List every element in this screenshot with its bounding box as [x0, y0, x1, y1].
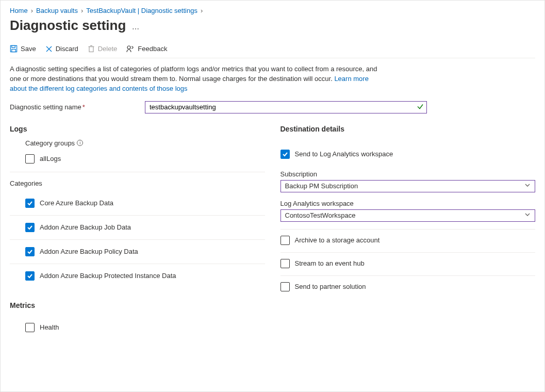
checkbox-addon-job-data[interactable]: [25, 223, 35, 232]
feedback-button[interactable]: Feedback: [126, 45, 167, 53]
checkbox-partner-solution[interactable]: [280, 282, 290, 291]
checkbox-alllogs[interactable]: [25, 154, 35, 164]
breadcrumb-diagnostic-settings[interactable]: TestBackupVault | Diagnostic settings: [86, 7, 197, 14]
destination-column: Destination details Send to Log Analytic…: [280, 125, 536, 339]
subscription-value: Backup PM Subscription: [285, 182, 358, 190]
checkbox-health[interactable]: [25, 323, 35, 332]
svg-rect-2: [12, 49, 16, 52]
destination-heading: Destination details: [280, 125, 536, 133]
metric-label[interactable]: Health: [40, 323, 59, 331]
alllogs-label[interactable]: allLogs: [40, 155, 61, 162]
save-icon: [10, 45, 18, 53]
checkbox-core-azure-backup-data[interactable]: [25, 199, 35, 208]
categories-heading: Categories: [10, 179, 265, 187]
more-menu-icon[interactable]: ⋯: [132, 25, 140, 33]
save-label: Save: [21, 45, 36, 53]
category-label[interactable]: Addon Azure Backup Policy Data: [40, 248, 138, 255]
discard-label: Discard: [56, 45, 78, 53]
setting-name-label: Diagnostic setting name*: [10, 103, 139, 111]
setting-name-input[interactable]: [145, 101, 427, 113]
category-label[interactable]: Addon Azure Backup Protected Instance Da…: [40, 272, 176, 280]
workspace-value: ContosoTestWorkspace: [285, 211, 356, 219]
metrics-heading: Metrics: [10, 301, 265, 309]
archive-label[interactable]: Archive to a storage account: [295, 236, 380, 244]
checkbox-archive-storage[interactable]: [280, 236, 290, 245]
category-groups-heading: Category groups i: [10, 139, 265, 147]
discard-icon: [45, 45, 53, 53]
feedback-icon: [126, 45, 135, 53]
chevron-right-icon: ›: [81, 7, 83, 14]
save-button[interactable]: Save: [10, 45, 36, 53]
discard-button[interactable]: Discard: [45, 45, 78, 53]
page-description: A diagnostic setting specifies a list of…: [10, 64, 381, 94]
svg-rect-5: [89, 47, 93, 52]
feedback-label: Feedback: [138, 45, 167, 53]
info-icon[interactable]: i: [77, 140, 83, 146]
logs-heading: Logs: [10, 125, 265, 133]
required-asterisk: *: [82, 103, 85, 111]
svg-point-8: [127, 46, 130, 49]
breadcrumb-home[interactable]: Home: [10, 7, 28, 14]
chevron-right-icon: ›: [31, 7, 33, 14]
toolbar: Save Discard Delete Feedback: [10, 45, 535, 58]
stream-label[interactable]: Stream to an event hub: [295, 259, 365, 267]
checkbox-stream-event-hub[interactable]: [280, 259, 290, 268]
checkbox-send-la[interactable]: [280, 150, 290, 159]
category-label[interactable]: Core Azure Backup Data: [40, 199, 113, 207]
send-la-label[interactable]: Send to Log Analytics workspace: [295, 150, 393, 158]
subscription-dropdown[interactable]: Backup PM Subscription: [280, 180, 536, 192]
chevron-down-icon: [524, 211, 531, 219]
subscription-label: Subscription: [280, 170, 536, 178]
svg-rect-1: [12, 45, 15, 47]
partner-label[interactable]: Send to partner solution: [295, 283, 366, 290]
breadcrumb: Home › Backup vaults › TestBackupVault |…: [10, 7, 535, 14]
workspace-label: Log Analytics workspace: [280, 200, 536, 207]
category-label[interactable]: Addon Azure Backup Job Data: [40, 223, 131, 231]
checkbox-addon-policy-data[interactable]: [25, 247, 35, 256]
chevron-right-icon: ›: [201, 7, 203, 14]
workspace-dropdown[interactable]: ContosoTestWorkspace: [280, 209, 536, 222]
delete-icon: [88, 45, 95, 53]
checkbox-addon-protected-instance-data[interactable]: [25, 271, 35, 281]
delete-label: Delete: [98, 45, 118, 53]
logs-column: Logs Category groups i allLogs Categorie…: [10, 125, 265, 339]
breadcrumb-backup-vaults[interactable]: Backup vaults: [36, 7, 78, 14]
validation-check-icon: [417, 103, 424, 111]
chevron-down-icon: [524, 182, 531, 190]
description-text: A diagnostic setting specifies a list of…: [10, 65, 377, 83]
delete-button: Delete: [88, 45, 118, 53]
page-title: Diagnostic setting: [10, 18, 126, 34]
